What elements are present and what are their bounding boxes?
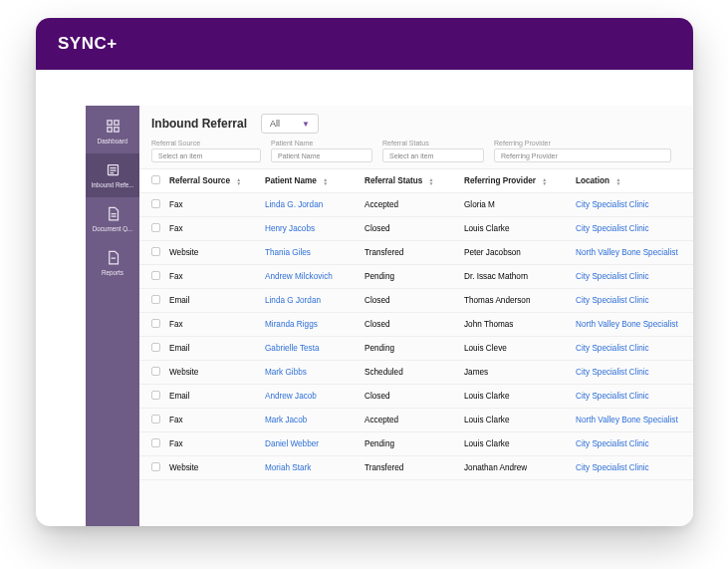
patient-name-link[interactable]: Miranda Riggs [265,320,318,329]
col-name[interactable]: Patient Name ▲▼ [261,169,361,193]
location-link[interactable]: City Specialist Clinic [576,368,649,377]
cell-source: Email [165,337,261,361]
cell-provider: Gloria M [460,193,572,217]
doc-icon [106,250,121,266]
filter-scope-value: All [270,119,280,129]
sort-icon[interactable]: ▲▼ [542,177,547,185]
col-source[interactable]: Referral Source ▲▼ [165,169,261,193]
location-link[interactable]: North Valley Bone Specialist [576,248,678,257]
filter-input[interactable]: Patient Name [271,148,372,162]
col-location[interactable]: Location ▲▼ [572,169,693,193]
location-link[interactable]: City Specialist Clinic [576,344,649,353]
patient-name-link[interactable]: Andrew Milckovich [265,272,333,281]
cell-provider: Louis Cleve [460,337,572,361]
row-checkbox[interactable] [151,343,160,352]
patient-name-link[interactable]: Mark Gibbs [265,368,307,377]
sort-icon[interactable]: ▲▼ [615,177,620,185]
patient-name-link[interactable]: Mark Jacob [265,416,307,425]
sidebar-item-label: Dashboard [98,138,128,144]
filter-row: Referral SourceSelect an itemPatient Nam… [139,140,693,162]
main-panel: Inbound Referral All ▼ Referral SourceSe… [139,106,693,526]
col-checkbox [139,169,165,193]
row-checkbox[interactable] [151,247,160,256]
select-all-checkbox[interactable] [151,175,160,184]
cell-source: Fax [165,193,261,217]
col-name-label: Patient Name [265,176,317,185]
table-row: WebsiteThania GilesTransferedPeter Jacob… [139,241,693,265]
table-row: FaxLinda G. JordanAcceptedGloria MCity S… [139,193,693,217]
patient-name-link[interactable]: Thania Giles [265,248,311,257]
filter-label: Referring Provider [494,140,671,146]
page-title: Inbound Referral [151,117,247,131]
sort-icon[interactable]: ▲▼ [323,177,328,185]
filter-input[interactable]: Select an item [382,148,484,162]
location-link[interactable]: North Valley Bone Specialist [576,416,678,425]
table-row: EmailGabrielle TestaPendingLouis CleveCi… [139,337,693,361]
location-link[interactable]: City Specialist Clinic [576,224,649,233]
cell-source: Website [165,361,261,385]
cell-provider: Louis Clarke [460,432,572,456]
cell-source: Website [165,241,261,265]
col-status-label: Referral Status [364,176,422,185]
cell-provider: Louis Clarke [460,409,572,432]
location-link[interactable]: City Specialist Clinic [576,439,649,448]
sidebar-item-label: Reports [102,269,123,276]
sidebar-item-document-q[interactable]: Document Q... [86,197,139,241]
location-link[interactable]: City Specialist Clinic [576,463,649,472]
sidebar-item-inbound-refe[interactable]: Inbound Refe... [86,153,139,197]
patient-name-link[interactable]: Linda G Jordan [265,296,321,305]
col-source-label: Referral Source [169,176,230,185]
col-provider[interactable]: Referring Provider ▲▼ [460,169,572,193]
location-link[interactable]: North Valley Bone Specialist [576,320,678,329]
referral-table: Referral Source ▲▼ Patient Name ▲▼ Refer… [139,169,693,480]
cell-source: Email [165,289,261,313]
patient-name-link[interactable]: Andrew Jacob [265,392,317,401]
patient-name-link[interactable]: Daniel Webber [265,439,319,448]
table-row: FaxMark JacobAcceptedLouis ClarkeNorth V… [139,409,693,432]
sidebar-item-reports[interactable]: Reports [86,241,139,285]
table-row: WebsiteMoriah StarkTransferedJonathan An… [139,456,693,480]
cell-source: Fax [165,432,261,456]
row-checkbox[interactable] [151,319,160,328]
patient-name-link[interactable]: Moriah Stark [265,463,311,472]
col-status[interactable]: Referral Status ▲▼ [361,169,460,193]
row-checkbox[interactable] [151,391,160,400]
cell-provider: Thomas Anderson [460,289,572,313]
chevron-down-icon: ▼ [302,120,310,129]
cell-status: Closed [361,217,460,241]
row-checkbox[interactable] [151,367,160,376]
sort-icon[interactable]: ▲▼ [236,177,241,185]
row-checkbox[interactable] [151,438,160,447]
location-link[interactable]: City Specialist Clinic [576,200,649,209]
sidebar: DashboardInbound Refe...Document Q...Rep… [86,106,139,526]
row-checkbox[interactable] [151,223,160,232]
cell-status: Pending [361,432,460,456]
cell-provider: Louis Clarke [460,385,572,409]
patient-name-link[interactable]: Henry Jacobs [265,224,315,233]
cell-status: Pending [361,265,460,289]
filter-input[interactable]: Referring Provider [494,148,671,162]
filter-label: Patient Name [271,140,372,146]
cell-provider: Peter Jacobson [460,241,572,265]
cell-status: Scheduled [361,361,460,385]
location-link[interactable]: City Specialist Clinic [576,296,649,305]
location-link[interactable]: City Specialist Clinic [576,272,649,281]
cell-provider: Jonathan Andrew [460,456,572,480]
filter-input[interactable]: Select an item [151,148,261,162]
row-checkbox[interactable] [151,415,160,424]
filter-scope-select[interactable]: All ▼ [261,114,319,134]
row-checkbox[interactable] [151,295,160,304]
table-row: FaxAndrew MilckovichPendingDr. Issac Mat… [139,265,693,289]
table-row: EmailLinda G JordanClosedThomas Anderson… [139,289,693,313]
row-checkbox[interactable] [151,462,160,471]
row-checkbox[interactable] [151,199,160,208]
patient-name-link[interactable]: Gabrielle Testa [265,344,319,353]
patient-name-link[interactable]: Linda G. Jordan [265,200,323,209]
row-checkbox[interactable] [151,271,160,280]
cell-status: Closed [361,289,460,313]
sidebar-item-dashboard[interactable]: Dashboard [86,110,139,153]
cell-status: Accepted [361,409,460,432]
location-link[interactable]: City Specialist Clinic [576,392,649,401]
cell-provider: Louis Clarke [460,217,572,241]
sort-icon[interactable]: ▲▼ [429,177,434,185]
